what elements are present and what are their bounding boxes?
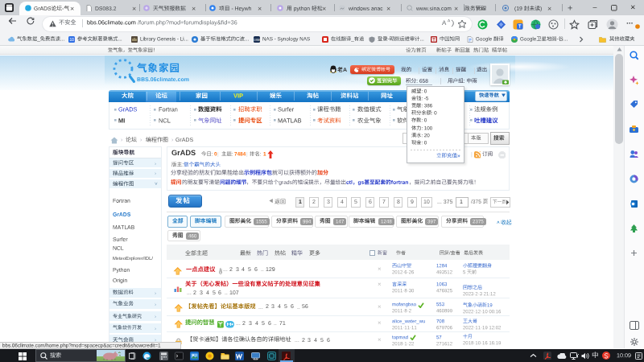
svg-text:10: 10 [69,37,74,42]
svg-text:DSM: DSM [254,38,260,41]
